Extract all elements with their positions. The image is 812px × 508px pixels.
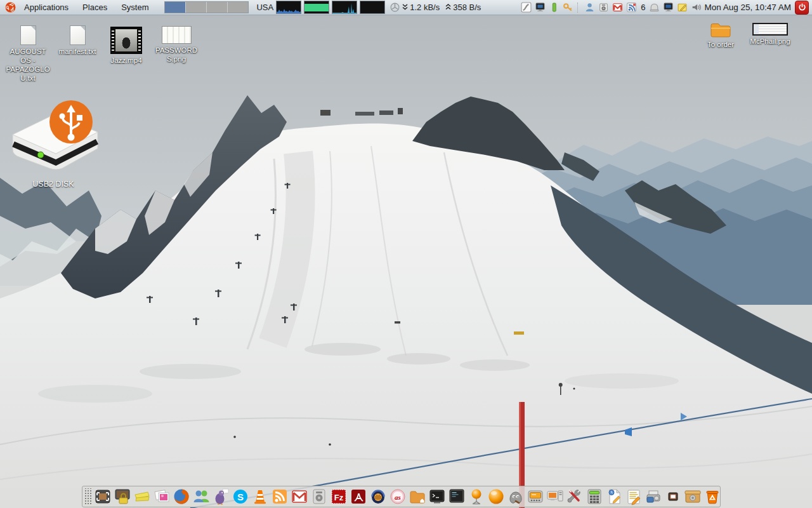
memory-monitor-graph[interactable] — [304, 1, 329, 14]
desktop-icon-manifest-txt[interactable]: manifest.txt — [55, 25, 100, 56]
desktop-icon-jazz-mp4[interactable]: Jazz.mp4 — [103, 27, 149, 65]
folder-icon — [710, 21, 731, 38]
display-2-icon[interactable] — [663, 2, 674, 13]
cpu-monitor-graph[interactable] — [276, 1, 301, 14]
screenshot-tool-icon[interactable] — [93, 487, 112, 506]
skype-icon[interactable]: S — [231, 487, 250, 506]
pidgin-icon[interactable] — [211, 487, 230, 506]
feed-reader-icon[interactable] — [626, 2, 637, 13]
desktop-wallpaper — [0, 0, 812, 508]
workspace-3[interactable] — [207, 2, 228, 13]
upload-speed: 358 B/s — [453, 3, 481, 12]
desktop-icon-label: AUGOUST OS - PAPAZOGLOU.txt — [5, 47, 51, 83]
desktop-icon-mcphail-png[interactable]: McPhail.png — [747, 23, 793, 46]
screen-capture-icon[interactable] — [664, 487, 683, 506]
upload-arrow-icon — [445, 4, 451, 11]
planner-icon[interactable] — [605, 487, 624, 506]
panel-drag-handle[interactable] — [84, 488, 91, 505]
network-monitor-graph[interactable] — [332, 1, 357, 14]
menu-places[interactable]: Places — [75, 0, 114, 15]
indicator-bar-icon[interactable] — [549, 2, 560, 13]
tray-separator — [577, 3, 580, 13]
speaker-app-icon[interactable] — [310, 487, 329, 506]
mail-count-badge: 6 — [641, 3, 645, 12]
desktop-icon-usb2-disk[interactable]: USB2 DISK — [5, 97, 102, 189]
system-tools-icon[interactable] — [565, 487, 584, 506]
skype-glyph: S — [237, 491, 243, 502]
download-speed: 1.2 kB/s — [410, 3, 440, 12]
gimp-icon[interactable] — [506, 487, 525, 506]
top-panel: Applications Places System USA 1.2 kB/s … — [0, 0, 812, 15]
workspace-1[interactable] — [165, 2, 186, 13]
software-sphere-icon[interactable] — [487, 487, 506, 506]
power-icon — [798, 3, 806, 11]
users-chat-icon[interactable] — [192, 487, 211, 506]
desktop-icon-passwords-png[interactable]: PASSWORDS.png — [154, 26, 199, 64]
desktop-icon-label: To order — [698, 40, 743, 49]
text-file-icon — [20, 25, 36, 45]
filezilla-glyph: Fz — [334, 493, 343, 502]
vlc-icon[interactable] — [251, 487, 270, 506]
printer-icon[interactable] — [644, 487, 663, 506]
user-icon[interactable] — [584, 2, 595, 13]
video-thumbnail — [110, 27, 142, 54]
download-arrow-icon — [402, 4, 408, 11]
keyring-icon[interactable] — [563, 2, 573, 13]
usb-drive-icon — [5, 97, 102, 178]
scanner-icon[interactable] — [649, 2, 660, 13]
ubuntu-logo-icon — [5, 2, 16, 13]
swap-monitor-graph[interactable] — [360, 1, 385, 14]
workspace-4[interactable] — [228, 2, 248, 13]
image-thumbnail — [752, 23, 788, 36]
adobe-reader-icon[interactable] — [349, 487, 368, 506]
power-button[interactable] — [795, 1, 809, 15]
desktop-icon-label: manifest.txt — [55, 47, 100, 56]
menu-places-label: Places — [82, 3, 107, 12]
workstation-icon[interactable] — [546, 487, 565, 506]
gmail-dock-icon[interactable] — [290, 487, 309, 506]
desktop-icon-to-order-folder[interactable]: To order — [698, 21, 743, 49]
photos-icon[interactable] — [152, 487, 171, 506]
lastfm-glyph: as — [395, 493, 401, 501]
workspace-switcher — [164, 1, 249, 13]
filezilla-icon[interactable]: Fz — [329, 487, 348, 506]
network-speed-applet[interactable]: 1.2 kB/s 358 B/s — [390, 2, 481, 13]
screen-lock-icon[interactable] — [113, 487, 132, 506]
feed-reader-dock-icon[interactable] — [270, 487, 289, 506]
workspace-2[interactable] — [186, 2, 207, 13]
network-globe-icon[interactable] — [467, 487, 486, 506]
text-file-icon — [70, 25, 86, 45]
clock-applet[interactable]: Mon Aug 25, 10:47 AM — [704, 3, 791, 12]
desktop-icon-label: Jazz.mp4 — [103, 56, 149, 65]
network-monitor-icon — [390, 2, 400, 13]
archive-manager-icon[interactable] — [683, 487, 702, 506]
volume-icon[interactable] — [691, 2, 702, 13]
menu-applications-label: Applications — [24, 3, 69, 12]
audacity-icon[interactable] — [369, 487, 388, 506]
gmail-icon[interactable] — [612, 2, 623, 13]
system-tray: 6 — [521, 2, 702, 13]
desktop-icon-augoust-txt[interactable]: AUGOUST OS - PAPAZOGLOU.txt — [5, 25, 51, 83]
terminal-icon[interactable] — [428, 487, 447, 506]
media-player-icon[interactable] — [526, 487, 545, 506]
desktop-icon-label: PASSWORDS.png — [154, 46, 199, 64]
desktop-icon-label: McPhail.png — [747, 37, 793, 46]
sticky-note-icon[interactable] — [677, 2, 688, 13]
menu-system[interactable]: System — [114, 0, 155, 15]
desktop-icon-label: USB2 DISK — [5, 180, 102, 189]
keyboard-layout-indicator[interactable]: USA — [256, 3, 273, 12]
notes-icon[interactable] — [624, 487, 643, 506]
calculator-icon[interactable] — [585, 487, 604, 506]
terminal-alt-icon[interactable] — [447, 487, 466, 506]
remote-window-icon[interactable] — [521, 2, 532, 13]
trash-icon[interactable] — [703, 487, 722, 506]
image-thumbnail — [162, 26, 192, 44]
firefox-icon[interactable] — [172, 487, 191, 506]
lastfm-icon[interactable]: as — [388, 487, 407, 506]
menu-applications[interactable]: Applications — [17, 0, 75, 15]
menu-system-label: System — [121, 3, 148, 12]
sound-device-icon[interactable] — [598, 2, 609, 13]
sticky-notes-icon[interactable] — [133, 487, 152, 506]
home-folder-icon[interactable] — [408, 487, 427, 506]
display-icon[interactable] — [535, 2, 546, 13]
